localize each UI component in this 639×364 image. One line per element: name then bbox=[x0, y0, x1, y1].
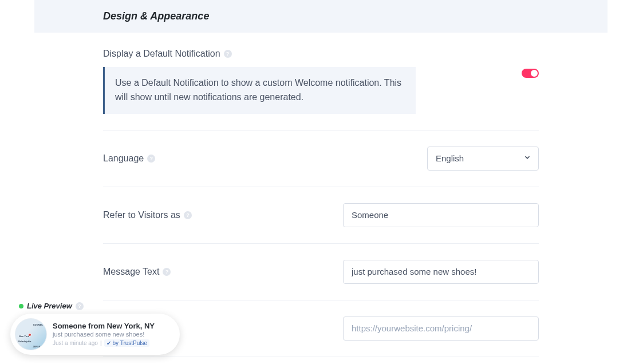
live-status-dot-icon bbox=[19, 304, 23, 308]
message-text-input[interactable] bbox=[343, 260, 539, 284]
refer-visitors-input[interactable] bbox=[343, 203, 539, 227]
default-notification-label-text: Display a Default Notification bbox=[103, 49, 220, 59]
notification-time: Just a minute ago bbox=[53, 340, 98, 346]
default-notification-info: Use a Default Notification to show a cus… bbox=[103, 67, 416, 114]
language-select[interactable]: English bbox=[427, 147, 539, 171]
help-icon[interactable]: ? bbox=[184, 211, 192, 219]
verified-check-icon: ✔ bbox=[107, 340, 111, 346]
section-title: Design & Appearance bbox=[103, 10, 539, 22]
live-preview-label-text: Live Preview bbox=[27, 302, 72, 310]
live-preview: Live Preview ? CONNEC New York Philadelp… bbox=[10, 302, 180, 355]
notification-meta: Just a minute ago | ✔ by TrustPulse bbox=[53, 339, 167, 347]
notification-message: just purchased some new shoes! bbox=[53, 331, 167, 338]
notification-content: Someone from New York, NY just purchased… bbox=[53, 322, 167, 347]
setting-language: Language ? English bbox=[103, 130, 539, 187]
live-preview-header: Live Preview ? bbox=[19, 302, 180, 310]
toggle-knob bbox=[531, 70, 538, 77]
section-header: Design & Appearance bbox=[34, 0, 608, 33]
message-text-label-text: Message Text bbox=[103, 267, 159, 277]
help-icon[interactable]: ? bbox=[147, 155, 155, 163]
map-marker-icon bbox=[28, 333, 31, 337]
notification-title: Someone from New York, NY bbox=[53, 322, 167, 330]
message-link-input[interactable] bbox=[343, 316, 539, 341]
help-icon[interactable]: ? bbox=[224, 50, 232, 58]
trustpulse-badge[interactable]: ✔ by TrustPulse bbox=[104, 339, 150, 347]
meta-separator: | bbox=[100, 340, 102, 346]
language-select-value: English bbox=[436, 153, 464, 163]
default-notification-label: Display a Default Notification ? bbox=[103, 49, 232, 59]
help-icon[interactable]: ? bbox=[76, 302, 84, 310]
default-notification-toggle[interactable] bbox=[522, 69, 539, 78]
message-text-label: Message Text ? bbox=[103, 267, 171, 277]
setting-message-text: Message Text ? bbox=[103, 244, 539, 300]
map-icon: CONNEC New York Philadelphia JERSEY bbox=[15, 318, 47, 350]
language-label-text: Language bbox=[103, 153, 144, 164]
chevron-down-icon bbox=[523, 153, 531, 163]
setting-notification-image: Notification Image ? Map Icon bbox=[103, 357, 539, 364]
setting-refer-visitors: Refer to Visitors as ? bbox=[103, 187, 539, 244]
help-icon[interactable]: ? bbox=[163, 268, 171, 276]
setting-default-notification: Display a Default Notification ? Use a D… bbox=[103, 33, 539, 130]
trustpulse-attribution-text: by TrustPulse bbox=[113, 340, 148, 346]
notification-preview-card[interactable]: CONNEC New York Philadelphia JERSEY Some… bbox=[10, 314, 180, 355]
refer-visitors-label: Refer to Visitors as ? bbox=[103, 210, 192, 220]
language-label: Language ? bbox=[103, 153, 155, 164]
refer-visitors-label-text: Refer to Visitors as bbox=[103, 210, 180, 220]
